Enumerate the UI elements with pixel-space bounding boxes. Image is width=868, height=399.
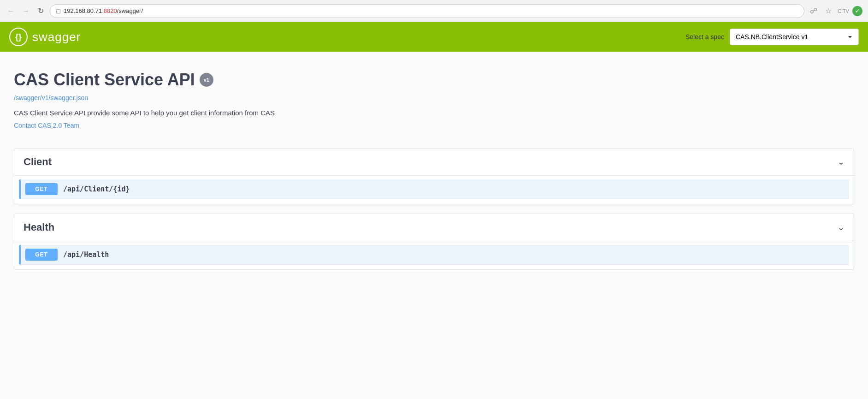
address-bar[interactable]: ▢ 192.168.80.71:8820/swagger/ [50, 4, 804, 18]
browser-actions: ☍ ☆ CITV ✓ [808, 6, 862, 17]
translate-button[interactable]: ☍ [808, 6, 819, 17]
swagger-logo: {} swagger [9, 28, 81, 46]
get-badge: GET [25, 183, 58, 195]
spec-selector: Select a spec CAS.NB.ClientService v1 [685, 29, 859, 45]
swagger-json-link[interactable]: /swagger/v1/swagger.json [14, 94, 854, 101]
health-section: Health ⌄ GET /api/Health [14, 214, 854, 270]
api-info: CAS Client Service API v1 /swagger/v1/sw… [14, 70, 854, 130]
page-icon: ▢ [56, 8, 61, 14]
client-chevron-icon: ⌄ [838, 157, 844, 167]
client-section-header[interactable]: Client ⌄ [14, 149, 854, 176]
back-button[interactable]: ← [6, 6, 17, 17]
url-host: 192.168.80.71 [64, 7, 102, 14]
swagger-icon: {} [9, 28, 28, 46]
contact-link[interactable]: Contact CAS 2.0 Team [14, 122, 79, 129]
endpoint-path: /api/Client/{id} [63, 185, 130, 193]
connection-status: ✓ [852, 6, 862, 16]
health-get-badge: GET [25, 249, 58, 261]
health-endpoint-path: /api/Health [63, 250, 109, 259]
spec-dropdown[interactable]: CAS.NB.ClientService v1 [730, 29, 859, 45]
version-badge: v1 [200, 73, 213, 87]
swagger-title: swagger [32, 30, 81, 44]
endpoint-row[interactable]: GET /api/Client/{id} [19, 179, 849, 199]
main-content: CAS Client Service API v1 /swagger/v1/sw… [0, 52, 868, 399]
api-title-row: CAS Client Service API v1 [14, 70, 854, 89]
select-spec-label: Select a spec [685, 33, 724, 41]
swagger-header: {} swagger Select a spec CAS.NB.ClientSe… [0, 22, 868, 52]
browser-chrome: ← → ↻ ▢ 192.168.80.71:8820/swagger/ ☍ ☆ … [0, 0, 868, 22]
health-endpoint-row[interactable]: GET /api/Health [19, 245, 849, 265]
client-section: Client ⌄ GET /api/Client/{id} [14, 148, 854, 204]
citv-button[interactable]: CITV [838, 6, 849, 17]
star-button[interactable]: ☆ [823, 6, 834, 17]
address-text: 192.168.80.71:8820/swagger/ [64, 7, 143, 14]
health-section-header[interactable]: Health ⌄ [14, 214, 854, 241]
url-path: /swagger/ [117, 7, 143, 14]
reload-button[interactable]: ↻ [35, 6, 46, 17]
api-title: CAS Client Service API [14, 70, 195, 89]
client-section-title: Client [24, 156, 52, 168]
forward-button[interactable]: → [20, 6, 31, 17]
health-chevron-icon: ⌄ [838, 222, 844, 232]
health-section-title: Health [24, 221, 54, 233]
api-description: CAS Client Service API provide some API … [14, 109, 854, 117]
url-port: :8820 [102, 7, 117, 14]
